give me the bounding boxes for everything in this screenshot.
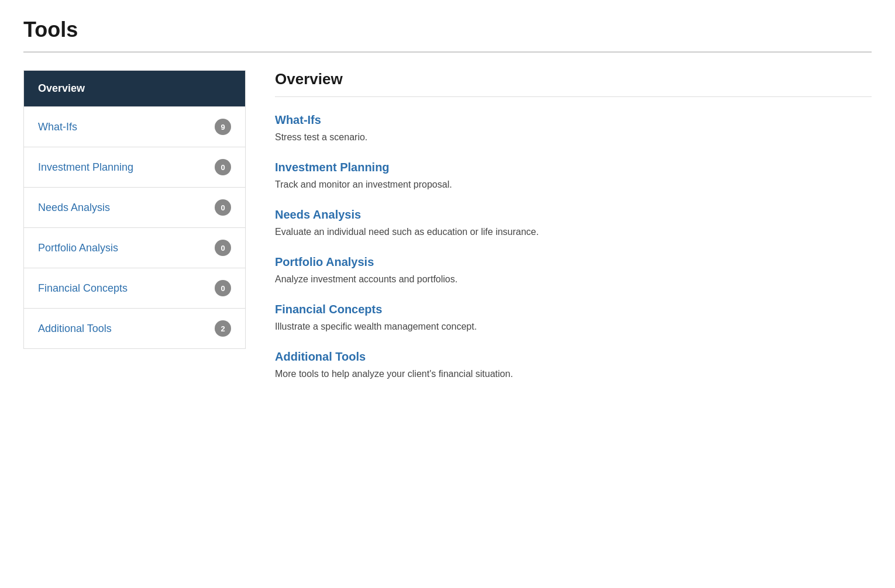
content-section-needs-analysis: Needs AnalysisEvaluate an individual nee…: [275, 208, 872, 239]
content-section-portfolio-analysis: Portfolio AnalysisAnalyze investment acc…: [275, 255, 872, 286]
sidebar-item-label-financial-concepts: Financial Concepts: [38, 282, 128, 295]
content-sections: What-IfsStress test a scenario.Investmen…: [275, 113, 872, 381]
content-section-desc-portfolio-analysis: Analyze investment accounts and portfoli…: [275, 272, 872, 286]
content-section-title-needs-analysis[interactable]: Needs Analysis: [275, 208, 872, 222]
content-section-desc-investment-planning: Track and monitor an investment proposal…: [275, 178, 872, 192]
content-section-additional-tools: Additional ToolsMore tools to help analy…: [275, 350, 872, 381]
content-section-desc-what-ifs: Stress test a scenario.: [275, 130, 872, 144]
content-section-title-additional-tools[interactable]: Additional Tools: [275, 350, 872, 364]
sidebar-item-additional-tools[interactable]: Additional Tools2: [24, 309, 245, 348]
sidebar-badge-needs-analysis: 0: [215, 199, 231, 216]
sidebar-badge-what-ifs: 9: [215, 119, 231, 135]
sidebar-item-label-overview: Overview: [38, 82, 85, 95]
content-section-financial-concepts: Financial ConceptsIllustrate a specific …: [275, 303, 872, 334]
sidebar-item-needs-analysis[interactable]: Needs Analysis0: [24, 188, 245, 228]
content-divider: [275, 96, 872, 97]
content-section-desc-needs-analysis: Evaluate an individual need such as educ…: [275, 225, 872, 239]
content-section-desc-additional-tools: More tools to help analyze your client's…: [275, 367, 872, 381]
content-section-title-financial-concepts[interactable]: Financial Concepts: [275, 303, 872, 316]
content-section-desc-financial-concepts: Illustrate a specific wealth management …: [275, 320, 872, 334]
sidebar-item-investment-planning[interactable]: Investment Planning0: [24, 147, 245, 188]
main-layout: OverviewWhat-Ifs9Investment Planning0Nee…: [23, 70, 872, 397]
sidebar-badge-investment-planning: 0: [215, 159, 231, 175]
sidebar-item-label-additional-tools: Additional Tools: [38, 323, 112, 335]
page-title: Tools: [23, 18, 872, 42]
sidebar-item-label-portfolio-analysis: Portfolio Analysis: [38, 242, 118, 254]
sidebar-item-overview[interactable]: Overview: [24, 71, 245, 107]
content-section-title-portfolio-analysis[interactable]: Portfolio Analysis: [275, 255, 872, 269]
sidebar-item-what-ifs[interactable]: What-Ifs9: [24, 107, 245, 147]
content-area: Overview What-IfsStress test a scenario.…: [275, 70, 872, 397]
sidebar-item-label-needs-analysis: Needs Analysis: [38, 202, 110, 214]
sidebar-badge-additional-tools: 2: [215, 320, 231, 337]
sidebar-item-financial-concepts[interactable]: Financial Concepts0: [24, 268, 245, 309]
sidebar-badge-portfolio-analysis: 0: [215, 240, 231, 256]
sidebar-item-label-investment-planning: Investment Planning: [38, 161, 133, 174]
content-section-investment-planning: Investment PlanningTrack and monitor an …: [275, 161, 872, 192]
sidebar: OverviewWhat-Ifs9Investment Planning0Nee…: [23, 70, 246, 349]
sidebar-item-portfolio-analysis[interactable]: Portfolio Analysis0: [24, 228, 245, 268]
sidebar-badge-financial-concepts: 0: [215, 280, 231, 296]
content-section-what-ifs: What-IfsStress test a scenario.: [275, 113, 872, 144]
content-area-title: Overview: [275, 70, 872, 88]
content-section-title-investment-planning[interactable]: Investment Planning: [275, 161, 872, 174]
title-divider: [23, 51, 872, 53]
content-section-title-what-ifs[interactable]: What-Ifs: [275, 113, 872, 127]
sidebar-item-label-what-ifs: What-Ifs: [38, 121, 77, 133]
